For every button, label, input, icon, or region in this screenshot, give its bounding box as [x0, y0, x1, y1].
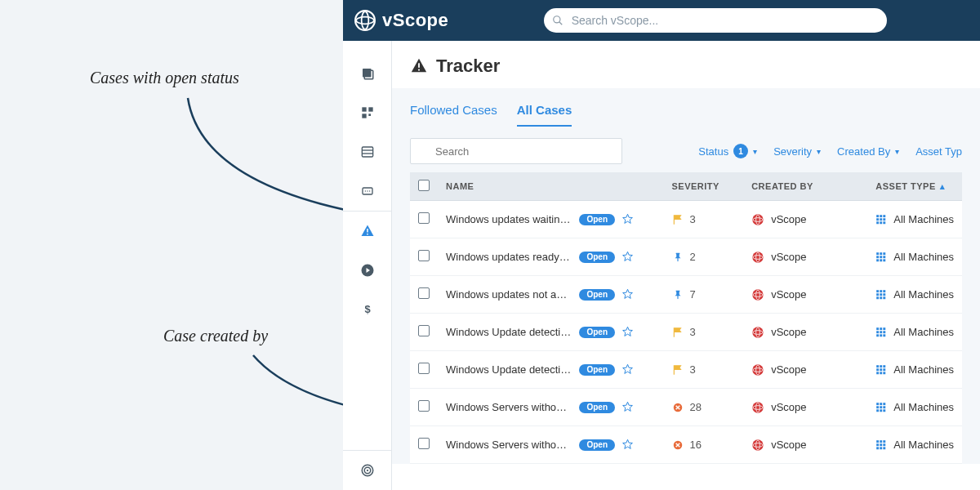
svg-rect-68	[876, 365, 879, 368]
filter-asset-type[interactable]: Asset Typ	[915, 145, 962, 158]
pin-icon	[672, 252, 684, 263]
svg-rect-48	[876, 290, 879, 292]
creator-name: vScope	[771, 213, 806, 225]
table-row[interactable]: Windows updates ready…Open2vScopeAll Mac…	[410, 238, 962, 276]
table-row[interactable]: Windows Update detecti…Open3vScopeAll Ma…	[410, 314, 962, 351]
svg-rect-74	[876, 372, 879, 374]
brand[interactable]: vScope	[354, 10, 448, 31]
svg-point-22	[366, 470, 368, 471]
svg-rect-38	[876, 252, 879, 255]
asset-type: All Machines	[893, 363, 954, 376]
tab-all-cases[interactable]: All Cases	[517, 103, 572, 127]
svg-rect-6	[368, 107, 372, 111]
col-created-by[interactable]: CREATED BY	[743, 172, 867, 201]
table-row[interactable]: Windows Update detecti…Open3vScopeAll Ma…	[410, 351, 962, 389]
svg-rect-71	[876, 368, 879, 371]
svg-rect-87	[884, 409, 886, 412]
row-checkbox[interactable]	[418, 250, 430, 261]
filter-search-wrap	[410, 138, 622, 164]
svg-rect-39	[880, 252, 883, 255]
filter-status-count: 1	[733, 144, 748, 158]
asset-type: All Machines	[893, 288, 954, 301]
global-search-input[interactable]	[544, 8, 887, 33]
svg-rect-34	[876, 221, 879, 224]
star-icon[interactable]	[621, 401, 634, 413]
svg-rect-56	[884, 296, 886, 299]
select-all-checkbox[interactable]	[418, 180, 430, 191]
sidenav-tracker[interactable]	[343, 212, 392, 251]
svg-rect-63	[884, 331, 886, 333]
svg-rect-44	[876, 259, 879, 261]
row-checkbox[interactable]	[418, 363, 430, 374]
table-row[interactable]: Windows Servers witho…Open16vScopeAll Ma…	[410, 426, 962, 464]
star-icon[interactable]	[621, 326, 634, 338]
sidenav: $	[343, 41, 392, 490]
status-badge: Open	[579, 289, 615, 301]
grid-icon	[875, 439, 887, 451]
page-title-text: Tracker	[436, 56, 500, 77]
row-checkbox[interactable]	[418, 325, 430, 336]
sidenav-books[interactable]	[343, 54, 392, 93]
svg-rect-70	[884, 365, 886, 368]
svg-rect-50	[884, 290, 886, 292]
row-checkbox[interactable]	[418, 400, 430, 412]
row-checkbox[interactable]	[418, 212, 430, 224]
sidenav-target[interactable]	[343, 451, 392, 490]
alert-icon	[360, 224, 375, 238]
svg-rect-33	[884, 218, 886, 220]
filter-severity[interactable]: Severity ▾	[773, 145, 821, 158]
svg-rect-60	[884, 327, 886, 330]
filter-status-label: Status	[698, 145, 728, 158]
svg-rect-80	[880, 403, 883, 405]
svg-point-57	[752, 327, 763, 337]
svg-point-47	[752, 289, 763, 300]
table-row[interactable]: Windows Servers witho…Open28vScopeAll Ma…	[410, 389, 962, 426]
sidenav-messages[interactable]	[343, 172, 392, 211]
star-icon[interactable]	[621, 288, 634, 301]
svg-rect-84	[884, 406, 886, 408]
severity-value: 7	[690, 288, 696, 301]
svg-rect-79	[876, 403, 879, 405]
creator-name: vScope	[771, 363, 806, 376]
case-name: Windows Servers witho…	[446, 439, 572, 451]
table-row[interactable]: Windows updates not a…Open7vScopeAll Mac…	[410, 276, 962, 314]
row-checkbox[interactable]	[418, 438, 430, 449]
star-icon[interactable]	[621, 213, 634, 225]
svg-point-1	[553, 16, 559, 23]
case-name: Windows updates waitin…	[446, 213, 572, 225]
star-icon[interactable]	[621, 439, 634, 451]
annotation-created-by: Case created by	[163, 327, 268, 345]
filter-created-by-label: Created By	[837, 145, 890, 158]
star-icon[interactable]	[621, 363, 634, 376]
sidenav-billing[interactable]: $	[343, 290, 392, 329]
svg-rect-9	[362, 147, 372, 157]
table-row[interactable]: Windows updates waitin…Open3vScopeAll Ma…	[410, 201, 962, 238]
star-icon[interactable]	[621, 251, 634, 263]
annotation-overlay: Cases with open status Case created by	[0, 0, 343, 490]
svg-rect-45	[880, 259, 883, 261]
asset-type: All Machines	[893, 401, 954, 413]
svg-rect-82	[876, 406, 879, 408]
filter-created-by[interactable]: Created By ▾	[837, 145, 899, 158]
col-asset-type[interactable]: ASSET TYPE ▴	[867, 172, 962, 201]
svg-point-13	[364, 190, 365, 191]
col-name[interactable]: NAME	[438, 172, 664, 201]
sidenav-play[interactable]	[343, 251, 392, 290]
filter-search-input[interactable]	[410, 138, 622, 164]
sidenav-table[interactable]	[343, 132, 392, 172]
status-badge: Open	[579, 402, 615, 413]
row-checkbox[interactable]	[418, 287, 430, 299]
dashboard-icon	[361, 106, 374, 119]
col-severity[interactable]: SEVERITY	[664, 172, 744, 201]
status-badge: Open	[579, 327, 615, 338]
svg-rect-61	[876, 331, 879, 333]
tab-followed-cases[interactable]: Followed Cases	[410, 103, 497, 127]
svg-point-14	[367, 190, 368, 191]
sidenav-dashboard[interactable]	[343, 93, 392, 132]
svg-rect-40	[884, 252, 886, 255]
svg-rect-17	[367, 234, 368, 235]
filter-status[interactable]: Status 1 ▾	[698, 144, 757, 158]
svg-rect-81	[884, 403, 886, 405]
svg-rect-76	[884, 372, 886, 374]
svg-rect-23	[418, 63, 420, 68]
